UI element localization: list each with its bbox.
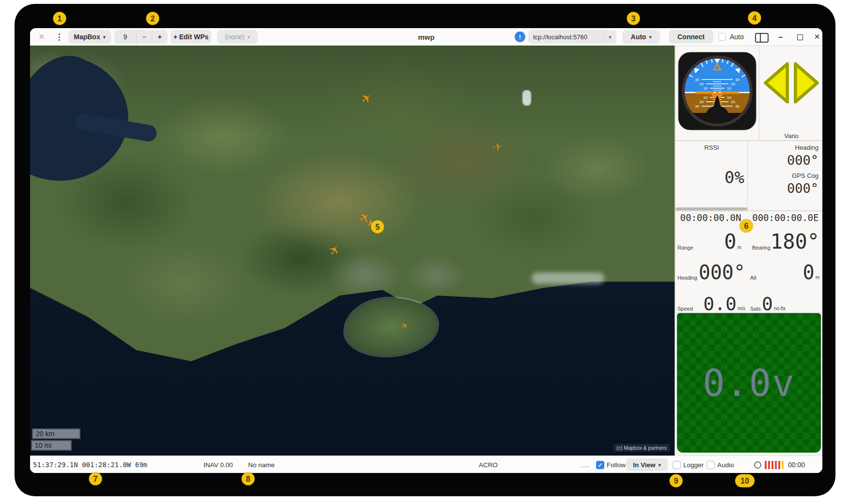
chevron-down-icon: ▾ xyxy=(649,34,651,40)
annotation-marker-2: 2 xyxy=(146,12,159,25)
heading-alt-row: Heading 000° Alt 0 m xyxy=(676,262,822,282)
rssi-value: 0% xyxy=(724,169,744,186)
rssi-scrollbar[interactable] xyxy=(676,207,748,210)
range-unit: m xyxy=(738,245,741,252)
range-label: Range xyxy=(677,245,693,252)
battery-voltage-panel: 0.0v xyxy=(677,313,821,453)
cloud xyxy=(522,90,531,106)
map-attribution: (c) Mapbox & partners xyxy=(614,444,670,452)
alt-value: 0 xyxy=(756,263,815,282)
info-icon[interactable]: ! xyxy=(515,32,525,42)
map-scale-km: 20 km xyxy=(32,428,80,439)
close-button[interactable]: ✕ xyxy=(811,28,822,46)
annotation-marker-5: 5 xyxy=(371,220,384,234)
artificial-horizon-instrument: 30 30 20 20 10 10 10 10 20 20 30 30 xyxy=(678,52,756,130)
svg-text:30: 30 xyxy=(695,104,699,109)
mission-name: No name xyxy=(248,456,275,473)
instrument-row: 30 30 20 20 10 10 10 10 20 20 30 30 xyxy=(675,46,822,141)
svg-text:10: 10 xyxy=(703,86,708,91)
follow-checkbox[interactable]: ✓ xyxy=(596,461,604,469)
audio-checkbox[interactable] xyxy=(707,461,715,469)
minimize-button[interactable]: − xyxy=(775,28,787,46)
aircraft-icon[interactable]: ✈ xyxy=(491,140,504,155)
svg-text:20: 20 xyxy=(699,82,704,86)
chevron-down-icon: ▾ xyxy=(659,462,661,468)
sats-value: 0 xyxy=(762,295,773,313)
view-mode-dropdown[interactable]: In View ▾ xyxy=(626,458,668,471)
baud-mode-dropdown[interactable]: Auto ▾ xyxy=(622,30,660,44)
annotation-marker-8: 8 xyxy=(242,472,255,486)
autoconnect-label: Auto xyxy=(730,28,744,46)
speed-unit: m/s xyxy=(738,306,745,313)
range-bearing-row: Range 0 m Bearing 180° xyxy=(676,230,822,252)
fc-version: INAV 0.00 xyxy=(204,456,233,473)
alt-label: Alt xyxy=(750,275,756,282)
annotation-marker-9: 9 xyxy=(670,474,683,488)
baud-mode-label: Auto xyxy=(631,33,646,41)
signal-bars-icon xyxy=(765,456,784,473)
coast-surf xyxy=(532,272,604,284)
autoconnect-checkbox[interactable] xyxy=(718,33,726,41)
record-indicator-icon[interactable] xyxy=(754,461,761,469)
speed-label: Speed xyxy=(677,306,693,313)
bearing-value: 180° xyxy=(771,232,819,252)
map-canvas[interactable]: ✈ ✈ ✈ ✈ ✈ ✈ 20 km 10 mi (c) Mapbox & par… xyxy=(30,46,675,456)
gps-cog-value: 000° xyxy=(787,182,819,195)
audio-label: Audio xyxy=(717,456,734,473)
aircraft-icon[interactable]: ✈ xyxy=(326,242,342,258)
annotation-marker-7: 7 xyxy=(89,472,102,486)
annotation-marker-4: 4 xyxy=(748,12,761,25)
svg-text:10: 10 xyxy=(727,86,731,91)
artificial-horizon-cell: 30 30 20 20 10 10 10 10 20 20 30 30 xyxy=(675,46,759,141)
device-uri-value: tcp://localhost:5760 xyxy=(528,33,603,41)
panel-toggle-icon[interactable] xyxy=(755,33,769,43)
svg-text:30: 30 xyxy=(735,78,740,82)
heading2-label: Heading xyxy=(677,275,697,282)
mwp-window: ✕ ⋮ MapBox ▾ 9 − + + Edit WPs (none) ▾ m… xyxy=(30,28,822,473)
rssi-label: RSSI xyxy=(676,144,748,151)
flight-mode: ACRO xyxy=(479,456,498,473)
heading2-value: 000° xyxy=(697,263,745,282)
speed-value: 0.0 xyxy=(693,295,737,313)
heading-label: Heading xyxy=(795,144,819,151)
sats-unit: no-fix xyxy=(774,306,786,313)
map-scale-mi: 10 mi xyxy=(31,440,72,451)
link-status-dots: .... xyxy=(581,456,590,473)
svg-text:20: 20 xyxy=(699,100,704,104)
maximize-button[interactable] xyxy=(797,34,803,40)
svg-text:20: 20 xyxy=(731,100,735,104)
svg-text:30: 30 xyxy=(695,78,699,82)
check-icon: ✓ xyxy=(598,462,602,469)
annotation-marker-10: 10 xyxy=(735,474,755,488)
speed-sats-row: Speed 0.0 m/s Sats 0 no-fix xyxy=(676,293,822,313)
elapsed-time: 00:00 xyxy=(788,456,805,473)
sats-label: Sats xyxy=(750,306,761,313)
annotation-marker-1: 1 xyxy=(53,12,66,25)
statusbar: 51:37:29.1N 001:28:21.0W 69m INAV 0.00 N… xyxy=(30,456,822,473)
annotation-marker-3: 3 xyxy=(627,12,640,25)
annotation-marker-6: 6 xyxy=(740,220,753,233)
heading-cell: Heading 000° GPS Cog 000° xyxy=(747,141,822,211)
gps-cog-label: GPS Cog xyxy=(792,172,819,179)
device-uri-field[interactable]: tcp://localhost:5760 ▾ xyxy=(528,30,616,44)
chevron-down-icon[interactable]: ▾ xyxy=(603,32,616,41)
logger-checkbox[interactable] xyxy=(673,461,681,469)
cursor-position: 51:37:29.1N 001:28:21.0W 69m xyxy=(33,456,147,473)
view-mode-label: In View xyxy=(633,461,655,469)
range-value: 0 xyxy=(693,232,736,252)
logger-label: Logger xyxy=(683,456,704,473)
svg-text:30: 30 xyxy=(735,104,740,109)
telemetry-sidebar: 30 30 20 20 10 10 10 10 20 20 30 30 xyxy=(675,46,822,456)
bearing-label: Bearing xyxy=(752,245,771,252)
vario-indicator-icon xyxy=(762,61,820,105)
alt-unit: m xyxy=(816,275,819,282)
vario-cell: Vario xyxy=(759,46,822,141)
titlebar: ✕ ⋮ MapBox ▾ 9 − + + Edit WPs (none) ▾ m… xyxy=(30,28,822,46)
connect-button[interactable]: Connect xyxy=(669,30,713,44)
battery-voltage-value: 0.0v xyxy=(703,362,795,405)
aircraft-icon[interactable]: ✈ xyxy=(358,90,374,107)
svg-text:20: 20 xyxy=(731,82,735,86)
rssi-cell: RSSI 0% xyxy=(675,141,748,211)
svg-text:10: 10 xyxy=(727,95,731,100)
heading-value: 000° xyxy=(787,154,819,167)
